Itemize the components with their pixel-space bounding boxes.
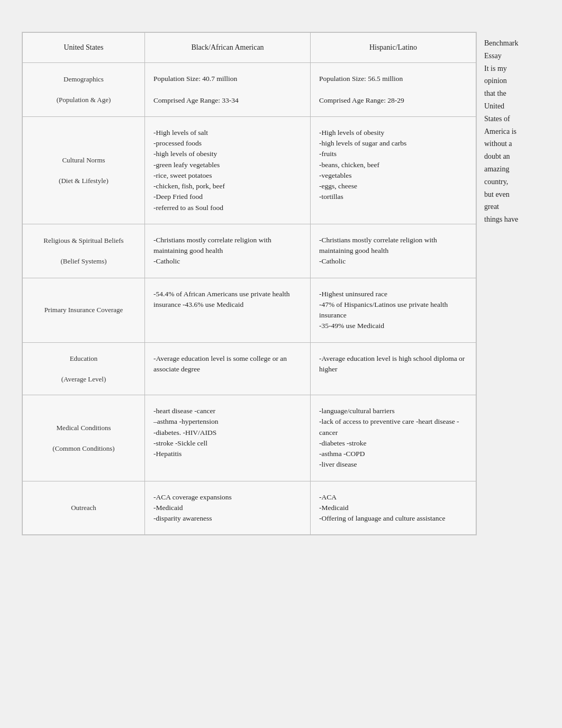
row-aa-3: -54.4% of African Americans use private … bbox=[145, 278, 311, 342]
sidebar-line-15: America is bbox=[484, 125, 535, 138]
sidebar-line-2: Essay bbox=[484, 50, 535, 62]
row-label-4: Education (Average Level) bbox=[23, 342, 145, 395]
row-hl-5: -language/cultural barriers -lack of acc… bbox=[311, 395, 476, 481]
row-aa-6: -ACA coverage expansions -Medicaid -disp… bbox=[145, 481, 311, 535]
sidebar-line-13: States of bbox=[484, 113, 535, 125]
sidebar-line-25: but even bbox=[484, 188, 535, 201]
row-label-6: Outreach bbox=[23, 481, 145, 535]
sidebar-line-19: doubt an bbox=[484, 150, 535, 163]
sidebar: BenchmarkEssayIt is myopinionthat theUni… bbox=[477, 32, 540, 231]
row-aa-2: -Christians mostly correlate religion wi… bbox=[145, 224, 311, 278]
sidebar-line-29: things have bbox=[484, 213, 535, 226]
row-aa-5: -heart disease -cancer –asthma -hyperten… bbox=[145, 395, 311, 481]
sidebar-line-0: Benchmark bbox=[484, 37, 535, 50]
row-aa-1: -High levels of salt -processed foods -h… bbox=[145, 116, 311, 224]
sidebar-line-17: without a bbox=[484, 138, 535, 150]
table-container: United States Black/African American His… bbox=[22, 32, 477, 535]
row-hl-0: Population Size: 56.5 million Comprised … bbox=[311, 63, 476, 117]
sidebar-line-11: United bbox=[484, 100, 535, 113]
header-us: United States bbox=[23, 33, 145, 63]
sidebar-line-9: that the bbox=[484, 87, 535, 100]
sidebar-line-5: It is my bbox=[484, 62, 535, 75]
sidebar-line-21: amazing bbox=[484, 163, 535, 176]
sidebar-line-27: great bbox=[484, 201, 535, 213]
header-aa: Black/African American bbox=[145, 33, 311, 63]
header-hl: Hispanic/Latino bbox=[311, 33, 476, 63]
row-label-2: Religious & Spiritual Beliefs (Belief Sy… bbox=[23, 224, 145, 278]
row-hl-6: -ACA -Medicaid -Offering of language and… bbox=[311, 481, 476, 535]
row-aa-4: -Average education level is some college… bbox=[145, 342, 311, 395]
page-wrapper: United States Black/African American His… bbox=[22, 32, 540, 535]
row-hl-4: -Average education level is high school … bbox=[311, 342, 476, 395]
sidebar-line-23: country, bbox=[484, 176, 535, 188]
row-label-5: Medical Conditions (Common Conditions) bbox=[23, 395, 145, 481]
row-hl-3: -Highest uninsured race -47% of Hispanic… bbox=[311, 278, 476, 342]
comparison-table: United States Black/African American His… bbox=[22, 32, 476, 535]
sidebar-line-7: opinion bbox=[484, 75, 535, 87]
row-hl-2: -Christians mostly correlate religion wi… bbox=[311, 224, 476, 278]
row-label-0: Demographics (Population & Age) bbox=[23, 63, 145, 117]
row-aa-0: Population Size: 40.7 million Comprised … bbox=[145, 63, 311, 117]
row-label-1: Cultural Norms (Diet & Lifestyle) bbox=[23, 116, 145, 224]
row-label-3: Primary Insurance Coverage bbox=[23, 278, 145, 342]
row-hl-1: -High levels of obesity -high levels of … bbox=[311, 116, 476, 224]
